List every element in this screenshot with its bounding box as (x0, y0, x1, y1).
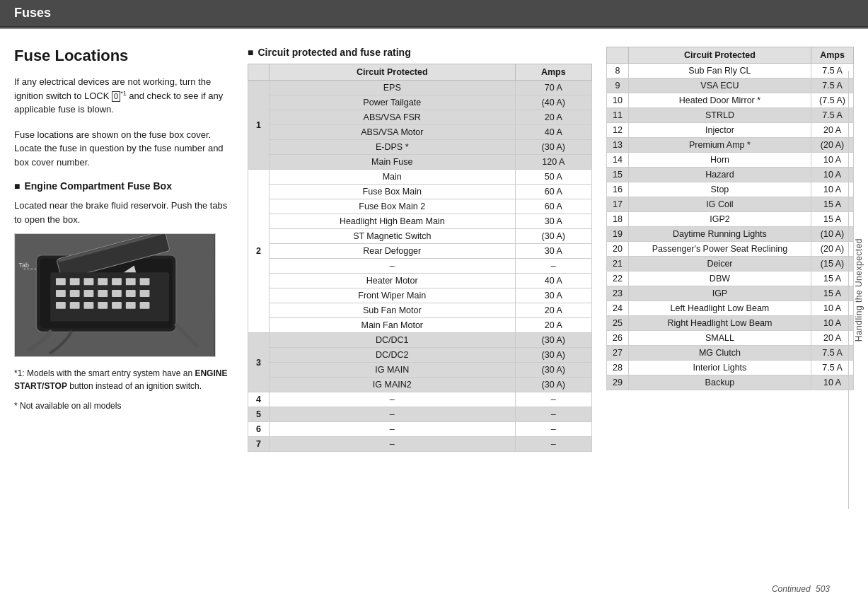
svg-rect-10 (70, 279, 80, 286)
right-circuit-name: Stop (628, 182, 811, 197)
right-row-number: 19 (607, 227, 629, 242)
right-circuit-name: MG Clutch (628, 346, 811, 361)
circuit-name: Power Tailgate (270, 95, 516, 110)
svg-rect-15 (140, 279, 150, 286)
left-column: Fuse Locations If any electrical devices… (14, 47, 233, 452)
right-circuit-amps: 10 A (811, 182, 854, 197)
right-circuit-name: Heated Door Mirror * (628, 93, 811, 108)
svg-rect-19 (98, 290, 108, 297)
svg-rect-24 (70, 302, 80, 309)
right-row-number: 24 (607, 301, 629, 316)
right-circuit-amps: 7.5 A (811, 361, 854, 375)
circuit-amps: – (515, 407, 592, 422)
circuit-amps: 20 A (515, 318, 592, 333)
right-circuit-amps: 20 A (811, 331, 854, 346)
circuit-amps: 70 A (515, 81, 592, 95)
right-row-number: 14 (607, 153, 629, 168)
right-circuit-amps: 15 A (811, 212, 854, 227)
right-row-number: 28 (607, 361, 629, 375)
page-title: Fuse Locations (14, 47, 233, 65)
circuit-amps: 60 A (515, 199, 592, 214)
right-circuit-name: Interior Lights (628, 361, 811, 375)
circuit-name: Fuse Box Main 2 (270, 199, 516, 214)
header-title: Fuses (14, 6, 51, 20)
sidebar-label-wrapper: Handling the Unexpected (848, 71, 868, 509)
svg-rect-13 (112, 279, 122, 286)
circuit-amps: (30 A) (515, 378, 592, 392)
circuit-name: Headlight High Beam Main (270, 214, 516, 229)
engine-box-heading: Engine Compartment Fuse Box (14, 180, 233, 192)
right-row-number: 27 (607, 346, 629, 361)
right-circuit-name: Sub Fan Rly CL (628, 64, 811, 78)
row-number: 3 (248, 333, 270, 392)
right-col2-header: Amps (811, 47, 854, 64)
right-circuit-name: IGP2 (628, 212, 811, 227)
right-row-number: 22 (607, 272, 629, 286)
circuit-name: Fuse Box Main (270, 185, 516, 199)
right-circuit-name: Left Headlight Low Beam (628, 301, 811, 316)
right-circuit-name: Daytime Running Lights (628, 227, 811, 242)
circuit-name: – (270, 422, 516, 437)
circuit-name: – (270, 259, 516, 274)
right-circuit-name: STRLD (628, 108, 811, 123)
footer-continued: Continued (772, 584, 811, 594)
right-row-number: 17 (607, 197, 629, 212)
svg-rect-22 (140, 290, 150, 297)
right-circuit-name: Horn (628, 153, 811, 168)
intro-text: If any electrical devices are not workin… (14, 75, 233, 117)
right-circuit-amps: 10 A (811, 153, 854, 168)
middle-column: Circuit protected and fuse rating Circui… (248, 47, 592, 452)
circuit-name: Rear Defogger (270, 244, 516, 259)
col-amps-header: Amps (515, 64, 592, 81)
circuit-name: Main Fuse (270, 155, 516, 170)
right-circuit-amps: (10 A) (811, 227, 854, 242)
svg-rect-23 (56, 302, 66, 309)
circuit-name: – (270, 392, 516, 407)
circuit-name: EPS (270, 81, 516, 95)
svg-rect-21 (126, 290, 136, 297)
circuit-name: ABS/VSA Motor (270, 125, 516, 140)
circuit-amps: 120 A (515, 155, 592, 170)
circuit-amps: (30 A) (515, 363, 592, 378)
col-circuit-header: Circuit Protected (270, 64, 516, 81)
right-circuit-amps: (20 A) (811, 138, 854, 153)
svg-rect-11 (84, 279, 94, 286)
right-col0-header (607, 47, 629, 64)
circuit-amps: – (515, 259, 592, 274)
circuit-amps: 40 A (515, 125, 592, 140)
circuit-name: Heater Motor (270, 274, 516, 288)
circuit-amps: 20 A (515, 303, 592, 318)
page-header: Fuses (0, 0, 868, 28)
right-row-number: 15 (607, 168, 629, 182)
right-row-number: 12 (607, 123, 629, 138)
right-circuit-name: Passenger's Power Seat Reclining (628, 242, 811, 257)
fuse-box-image: Tab (14, 233, 216, 357)
circuit-name: DC/DC1 (270, 333, 516, 348)
right-row-number: 16 (607, 182, 629, 197)
circuit-amps: 40 A (515, 274, 592, 288)
right-circuit-amps: 20 A (811, 123, 854, 138)
svg-text:Tab: Tab (19, 262, 29, 269)
right-row-number: 25 (607, 316, 629, 331)
footnote1: *1: Models with the smart entry system h… (14, 367, 233, 392)
svg-rect-20 (112, 290, 122, 297)
right-row-number: 10 (607, 93, 629, 108)
svg-rect-26 (98, 302, 108, 309)
svg-rect-12 (98, 279, 108, 286)
svg-rect-27 (112, 302, 122, 309)
right-circuit-amps: 15 A (811, 286, 854, 301)
svg-rect-14 (126, 279, 136, 286)
right-circuit-amps: 10 A (811, 375, 854, 390)
circuit-amps: – (515, 422, 592, 437)
right-col1-header: Circuit Protected (628, 47, 811, 64)
right-circuit-amps: 15 A (811, 197, 854, 212)
circuit-name: Sub Fan Motor (270, 303, 516, 318)
svg-rect-18 (84, 290, 94, 297)
right-circuit-amps: (15 A) (811, 257, 854, 272)
right-circuit-name: IGP (628, 286, 811, 301)
right-circuit-amps: 7.5 A (811, 108, 854, 123)
right-circuit-name: Deicer (628, 257, 811, 272)
circuit-name: DC/DC2 (270, 348, 516, 363)
circuit-name: ABS/VSA FSR (270, 110, 516, 125)
svg-rect-8 (50, 273, 169, 322)
